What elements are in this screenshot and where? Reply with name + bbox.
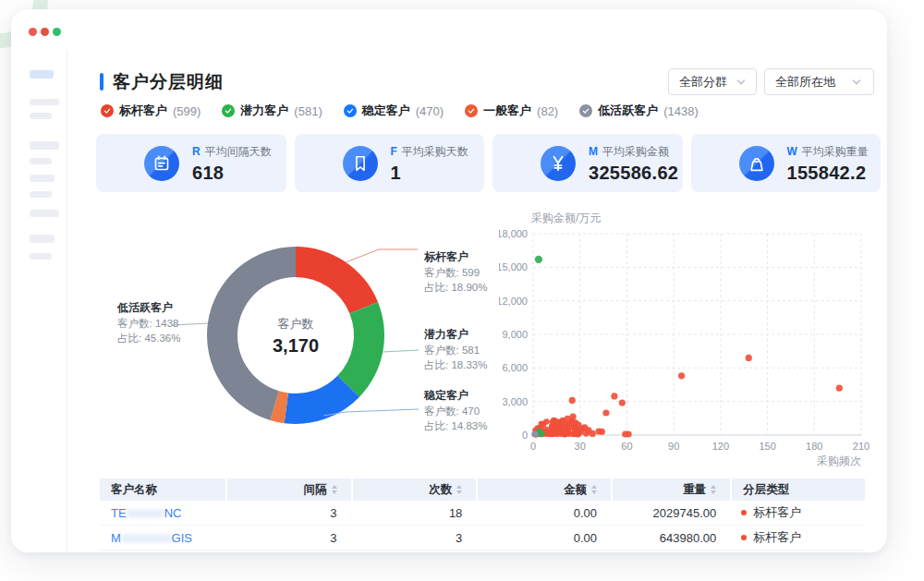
- chevron-down-icon: [852, 78, 861, 87]
- legend-item[interactable]: 一般客户(82): [465, 103, 558, 119]
- table-row[interactable]: MXXXXXXXXGIS330.00643980.00标杆客户: [100, 526, 865, 551]
- scatter-point: [626, 430, 632, 437]
- check-circle-icon: [465, 104, 478, 117]
- tier-label: 标杆客户: [753, 504, 801, 521]
- stat-letter: R: [192, 145, 201, 158]
- x-tick-label: 120: [712, 441, 729, 452]
- stat-letter: F: [391, 145, 397, 158]
- close-button[interactable]: [29, 28, 37, 36]
- table-cell: 标杆客户: [730, 501, 865, 525]
- scatter-point: [611, 393, 617, 399]
- table-cell: 643980.00: [611, 526, 730, 550]
- column-label: 金额: [564, 482, 587, 498]
- customer-name-link[interactable]: TEXXXXXXNC: [111, 506, 181, 520]
- stat-label: 平均采购天数: [402, 145, 468, 158]
- x-tick-label: 90: [668, 441, 679, 452]
- sidebar-item-placeholder[interactable]: [30, 253, 52, 260]
- column-label: 分层类型: [743, 482, 789, 498]
- scatter-point: [599, 429, 605, 435]
- filter-location-dropdown[interactable]: 全部所在地: [764, 68, 874, 95]
- scatter-point: [619, 399, 626, 405]
- donut-segment-label: 低活跃客户客户数: 1438占比: 45.36%: [117, 300, 219, 345]
- column-label: 客户名称: [111, 482, 157, 498]
- stat-value: 155842.2: [787, 163, 869, 184]
- maximize-button[interactable]: [53, 28, 61, 36]
- legend-count: (470): [416, 104, 444, 118]
- stat-label: 平均采购重量: [802, 145, 869, 158]
- scatter-chart: 03,0006,0009,00012,00015,00018,000030609…: [499, 208, 887, 478]
- customer-name-link[interactable]: MXXXXXXXXGIS: [111, 531, 192, 545]
- column-header: 客户名称: [100, 478, 225, 501]
- table-header: 客户名称间隔次数金额重量分层类型: [100, 478, 865, 501]
- sort-icon[interactable]: [456, 485, 462, 494]
- legend-item[interactable]: 潜力客户(581): [222, 103, 322, 119]
- scatter-point: [836, 385, 843, 392]
- sidebar-item-active[interactable]: [30, 70, 54, 79]
- window-controls: [29, 28, 61, 36]
- scatter-point: [535, 256, 542, 263]
- filter-group-label: 全部分群: [679, 74, 727, 91]
- table-cell: MXXXXXXXXGIS: [100, 526, 225, 550]
- scatter-point: [602, 409, 609, 416]
- table-cell: 0.00: [476, 526, 611, 550]
- donut-center-label: 客户数 3,170: [240, 316, 351, 357]
- donut-segment[interactable]: [296, 247, 378, 313]
- legend-item[interactable]: 标杆客户(599): [101, 103, 201, 119]
- table-cell: 3: [351, 526, 477, 550]
- scatter-point: [577, 429, 583, 435]
- filter-location-label: 全部所在地: [775, 74, 835, 91]
- stat-value: 325586.62: [589, 163, 678, 184]
- x-tick-label: 150: [759, 441, 775, 452]
- legend-item[interactable]: 低活跃客户(1438): [579, 103, 699, 119]
- column-label: 间隔: [304, 482, 327, 498]
- sidebar-item-placeholder[interactable]: [30, 175, 55, 182]
- filter-group-dropdown[interactable]: 全部分群: [668, 68, 757, 95]
- sidebar-item-placeholder[interactable]: [30, 113, 52, 119]
- sort-icon[interactable]: [332, 485, 337, 494]
- column-header[interactable]: 间隔: [225, 478, 351, 501]
- sidebar-item-placeholder[interactable]: [30, 158, 52, 164]
- sidebar-item-placeholder[interactable]: [30, 99, 59, 105]
- scatter-point: [678, 372, 685, 379]
- calendar-icon: [144, 146, 179, 181]
- title-accent-bar: [100, 73, 103, 91]
- donut-segment-label: 稳定客户客户数: 470占比: 14.83%: [424, 388, 526, 433]
- legend-label: 低活跃客户: [598, 103, 658, 119]
- donut-leader-line: [346, 249, 418, 262]
- table-row[interactable]: TEXXXXXXNC3180.002029745.00标杆客户: [100, 501, 865, 526]
- legend-label: 一般客户: [483, 103, 531, 119]
- table-cell: TEXXXXXXNC: [100, 501, 225, 525]
- donut-center-value: 3,170: [240, 335, 351, 357]
- minimize-button[interactable]: [41, 28, 49, 36]
- sidebar-item-placeholder[interactable]: [30, 191, 52, 198]
- x-tick-label: 210: [853, 441, 869, 452]
- sidebar-item-placeholder[interactable]: [30, 210, 59, 217]
- legend-label: 标杆客户: [119, 103, 167, 119]
- stat-label: 平均间隔天数: [205, 145, 272, 158]
- column-header[interactable]: 次数: [351, 478, 477, 501]
- scatter-point: [583, 430, 590, 436]
- stat-cards: R平均间隔天数618F平均采购天数1M平均采购金额325586.62W平均采购重…: [96, 134, 881, 192]
- sidebar-item-placeholder[interactable]: [30, 141, 59, 150]
- legend-count: (599): [173, 104, 201, 118]
- scatter-point: [552, 426, 558, 432]
- sort-icon[interactable]: [711, 485, 716, 494]
- sidebar-item-placeholder[interactable]: [30, 235, 55, 243]
- column-label: 重量: [683, 482, 706, 498]
- scatter-point: [539, 431, 544, 437]
- sort-icon[interactable]: [591, 485, 597, 494]
- x-tick-label: 30: [575, 441, 586, 452]
- legend-item[interactable]: 稳定客户(470): [344, 103, 444, 119]
- page-header: 客户分层明细 全部分群 全部所在地: [100, 68, 874, 96]
- column-header[interactable]: 金额: [476, 478, 611, 501]
- donut-segment-label: 潜力客户客户数: 581占比: 18.33%: [424, 327, 526, 372]
- scatter-point: [561, 425, 567, 431]
- scatter-point: [567, 423, 574, 430]
- masked-text: XXXXXX: [127, 508, 164, 519]
- column-header[interactable]: 重量: [611, 478, 730, 501]
- sidebar-divider: [67, 50, 67, 552]
- scatter-point: [543, 418, 550, 425]
- scatter-point: [569, 397, 576, 404]
- x-axis-title: 采购频次: [817, 454, 861, 467]
- scatter-point: [746, 355, 752, 361]
